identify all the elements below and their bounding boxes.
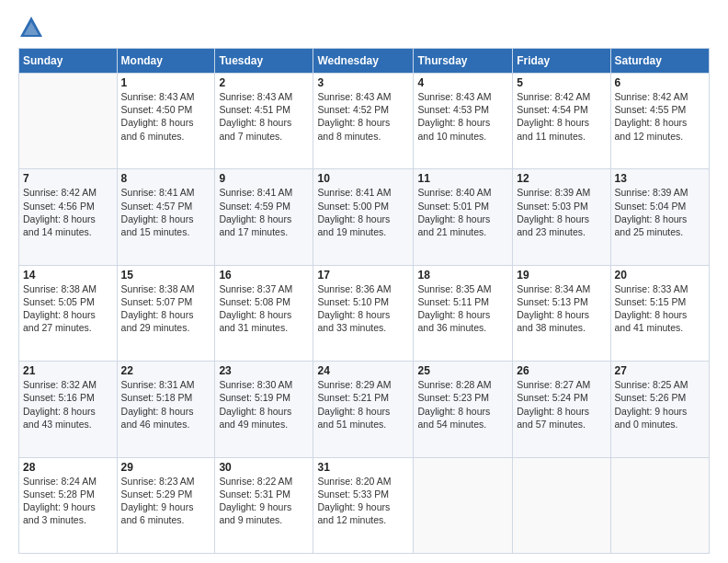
calendar-cell: 29Sunrise: 8:23 AM Sunset: 5:29 PM Dayli… bbox=[117, 457, 215, 553]
calendar-week-row: 14Sunrise: 8:38 AM Sunset: 5:05 PM Dayli… bbox=[19, 265, 710, 361]
weekday-header: Saturday bbox=[610, 49, 709, 74]
calendar-cell: 21Sunrise: 8:32 AM Sunset: 5:16 PM Dayli… bbox=[19, 362, 118, 457]
calendar-cell: 12Sunrise: 8:39 AM Sunset: 5:03 PM Dayli… bbox=[513, 169, 610, 265]
calendar-cell: 4Sunrise: 8:43 AM Sunset: 4:53 PM Daylig… bbox=[414, 74, 513, 169]
day-info: Sunrise: 8:23 AM Sunset: 5:29 PM Dayligh… bbox=[121, 475, 211, 527]
calendar-cell: 20Sunrise: 8:33 AM Sunset: 5:15 PM Dayli… bbox=[610, 265, 709, 361]
day-number: 6 bbox=[615, 76, 705, 89]
calendar-cell: 5Sunrise: 8:42 AM Sunset: 4:54 PM Daylig… bbox=[513, 74, 610, 169]
day-number: 15 bbox=[121, 269, 211, 282]
weekday-header: Friday bbox=[513, 49, 610, 74]
day-info: Sunrise: 8:30 AM Sunset: 5:19 PM Dayligh… bbox=[219, 378, 309, 431]
calendar-cell: 10Sunrise: 8:41 AM Sunset: 5:00 PM Dayli… bbox=[313, 169, 414, 265]
day-number: 8 bbox=[121, 172, 211, 185]
day-number: 16 bbox=[219, 269, 309, 282]
day-number: 29 bbox=[121, 461, 211, 474]
day-number: 4 bbox=[417, 76, 508, 89]
day-info: Sunrise: 8:41 AM Sunset: 4:59 PM Dayligh… bbox=[219, 186, 309, 238]
day-number: 1 bbox=[121, 76, 211, 89]
calendar-cell: 31Sunrise: 8:20 AM Sunset: 5:33 PM Dayli… bbox=[313, 457, 414, 553]
day-number: 30 bbox=[219, 461, 309, 474]
calendar-cell: 28Sunrise: 8:24 AM Sunset: 5:28 PM Dayli… bbox=[19, 457, 118, 553]
day-number: 18 bbox=[417, 269, 508, 282]
calendar-cell: 30Sunrise: 8:22 AM Sunset: 5:31 PM Dayli… bbox=[215, 457, 313, 553]
day-info: Sunrise: 8:32 AM Sunset: 5:16 PM Dayligh… bbox=[23, 378, 113, 431]
day-number: 24 bbox=[317, 364, 409, 377]
day-number: 26 bbox=[517, 364, 606, 377]
day-info: Sunrise: 8:37 AM Sunset: 5:08 PM Dayligh… bbox=[219, 282, 309, 335]
calendar-cell: 22Sunrise: 8:31 AM Sunset: 5:18 PM Dayli… bbox=[117, 362, 215, 457]
day-info: Sunrise: 8:42 AM Sunset: 4:55 PM Dayligh… bbox=[615, 90, 705, 143]
day-number: 7 bbox=[23, 172, 113, 185]
calendar-cell bbox=[19, 74, 118, 169]
weekday-header: Monday bbox=[117, 49, 215, 74]
day-number: 23 bbox=[219, 364, 309, 377]
calendar-cell: 17Sunrise: 8:36 AM Sunset: 5:10 PM Dayli… bbox=[313, 265, 414, 361]
day-number: 25 bbox=[417, 364, 508, 377]
weekday-header: Thursday bbox=[414, 49, 513, 74]
logo-icon bbox=[18, 15, 44, 40]
day-number: 27 bbox=[615, 364, 705, 377]
calendar-cell: 14Sunrise: 8:38 AM Sunset: 5:05 PM Dayli… bbox=[19, 265, 118, 361]
day-info: Sunrise: 8:42 AM Sunset: 4:54 PM Dayligh… bbox=[517, 90, 606, 143]
calendar-cell: 27Sunrise: 8:25 AM Sunset: 5:26 PM Dayli… bbox=[610, 362, 709, 457]
day-info: Sunrise: 8:43 AM Sunset: 4:51 PM Dayligh… bbox=[219, 90, 309, 143]
logo bbox=[18, 15, 48, 40]
day-number: 21 bbox=[23, 364, 113, 377]
day-info: Sunrise: 8:29 AM Sunset: 5:21 PM Dayligh… bbox=[317, 378, 409, 431]
day-info: Sunrise: 8:25 AM Sunset: 5:26 PM Dayligh… bbox=[615, 378, 705, 431]
calendar-cell: 24Sunrise: 8:29 AM Sunset: 5:21 PM Dayli… bbox=[313, 362, 414, 457]
day-info: Sunrise: 8:27 AM Sunset: 5:24 PM Dayligh… bbox=[517, 378, 606, 431]
day-number: 5 bbox=[517, 76, 606, 89]
day-info: Sunrise: 8:42 AM Sunset: 4:56 PM Dayligh… bbox=[23, 186, 113, 238]
calendar-cell: 11Sunrise: 8:40 AM Sunset: 5:01 PM Dayli… bbox=[414, 169, 513, 265]
calendar-cell: 3Sunrise: 8:43 AM Sunset: 4:52 PM Daylig… bbox=[313, 74, 414, 169]
day-number: 20 bbox=[615, 269, 705, 282]
header bbox=[18, 15, 710, 40]
day-info: Sunrise: 8:22 AM Sunset: 5:31 PM Dayligh… bbox=[219, 475, 309, 527]
day-info: Sunrise: 8:43 AM Sunset: 4:53 PM Dayligh… bbox=[417, 90, 508, 143]
day-number: 22 bbox=[121, 364, 211, 377]
calendar-cell: 16Sunrise: 8:37 AM Sunset: 5:08 PM Dayli… bbox=[215, 265, 313, 361]
calendar-cell: 1Sunrise: 8:43 AM Sunset: 4:50 PM Daylig… bbox=[117, 74, 215, 169]
calendar-cell: 2Sunrise: 8:43 AM Sunset: 4:51 PM Daylig… bbox=[215, 74, 313, 169]
calendar-week-row: 28Sunrise: 8:24 AM Sunset: 5:28 PM Dayli… bbox=[19, 457, 710, 553]
day-number: 31 bbox=[317, 461, 409, 474]
day-info: Sunrise: 8:35 AM Sunset: 5:11 PM Dayligh… bbox=[417, 282, 508, 335]
day-info: Sunrise: 8:31 AM Sunset: 5:18 PM Dayligh… bbox=[121, 378, 211, 431]
day-number: 9 bbox=[219, 172, 309, 185]
day-number: 19 bbox=[517, 269, 606, 282]
calendar-week-row: 1Sunrise: 8:43 AM Sunset: 4:50 PM Daylig… bbox=[19, 74, 710, 169]
day-number: 13 bbox=[615, 172, 705, 185]
calendar-cell bbox=[513, 457, 610, 553]
day-info: Sunrise: 8:41 AM Sunset: 5:00 PM Dayligh… bbox=[317, 186, 409, 238]
day-info: Sunrise: 8:39 AM Sunset: 5:04 PM Dayligh… bbox=[615, 186, 705, 238]
calendar-cell: 6Sunrise: 8:42 AM Sunset: 4:55 PM Daylig… bbox=[610, 74, 709, 169]
day-info: Sunrise: 8:20 AM Sunset: 5:33 PM Dayligh… bbox=[317, 475, 409, 527]
day-info: Sunrise: 8:43 AM Sunset: 4:50 PM Dayligh… bbox=[121, 90, 211, 143]
day-info: Sunrise: 8:43 AM Sunset: 4:52 PM Dayligh… bbox=[317, 90, 409, 143]
weekday-header: Wednesday bbox=[313, 49, 414, 74]
calendar-cell: 15Sunrise: 8:38 AM Sunset: 5:07 PM Dayli… bbox=[117, 265, 215, 361]
weekday-header: Sunday bbox=[19, 49, 118, 74]
day-info: Sunrise: 8:34 AM Sunset: 5:13 PM Dayligh… bbox=[517, 282, 606, 335]
day-info: Sunrise: 8:39 AM Sunset: 5:03 PM Dayligh… bbox=[517, 186, 606, 238]
day-number: 3 bbox=[317, 76, 409, 89]
weekday-header: Tuesday bbox=[215, 49, 313, 74]
day-info: Sunrise: 8:28 AM Sunset: 5:23 PM Dayligh… bbox=[417, 378, 508, 431]
calendar-table: SundayMondayTuesdayWednesdayThursdayFrid… bbox=[18, 48, 710, 554]
day-info: Sunrise: 8:36 AM Sunset: 5:10 PM Dayligh… bbox=[317, 282, 409, 335]
day-number: 12 bbox=[517, 172, 606, 185]
calendar-week-row: 21Sunrise: 8:32 AM Sunset: 5:16 PM Dayli… bbox=[19, 362, 710, 457]
calendar-cell: 7Sunrise: 8:42 AM Sunset: 4:56 PM Daylig… bbox=[19, 169, 118, 265]
day-number: 17 bbox=[317, 269, 409, 282]
day-info: Sunrise: 8:41 AM Sunset: 4:57 PM Dayligh… bbox=[121, 186, 211, 238]
calendar-cell: 25Sunrise: 8:28 AM Sunset: 5:23 PM Dayli… bbox=[414, 362, 513, 457]
day-number: 14 bbox=[23, 269, 113, 282]
calendar-cell: 9Sunrise: 8:41 AM Sunset: 4:59 PM Daylig… bbox=[215, 169, 313, 265]
day-info: Sunrise: 8:38 AM Sunset: 5:05 PM Dayligh… bbox=[23, 282, 113, 335]
calendar-cell: 18Sunrise: 8:35 AM Sunset: 5:11 PM Dayli… bbox=[414, 265, 513, 361]
day-info: Sunrise: 8:24 AM Sunset: 5:28 PM Dayligh… bbox=[23, 475, 113, 527]
day-number: 2 bbox=[219, 76, 309, 89]
day-info: Sunrise: 8:40 AM Sunset: 5:01 PM Dayligh… bbox=[417, 186, 508, 238]
